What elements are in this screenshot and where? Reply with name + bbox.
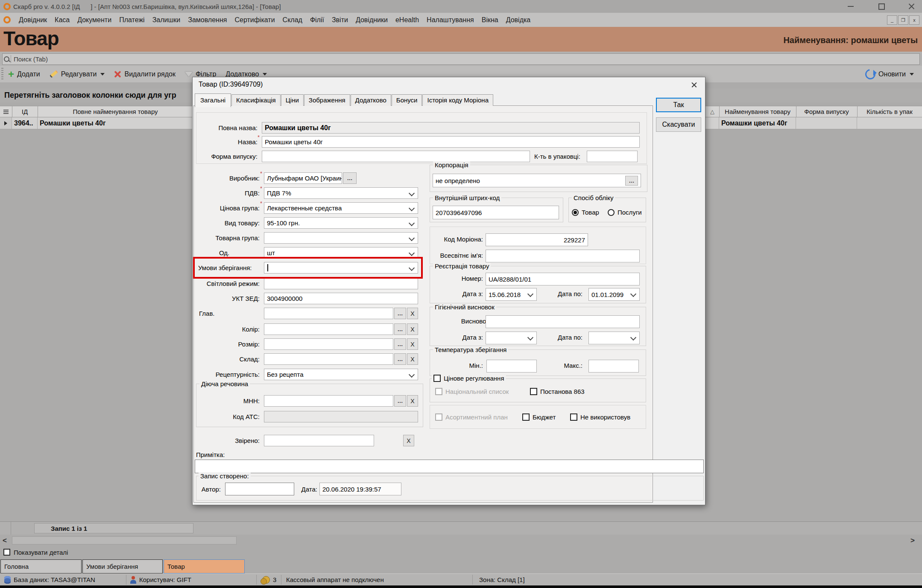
details-checkbox[interactable] xyxy=(3,549,10,556)
cancel-button[interactable]: Скасувати xyxy=(656,117,701,132)
tab-zagalni[interactable]: Загальні xyxy=(195,93,231,107)
menu-platezhi[interactable]: Платежі xyxy=(115,16,149,24)
warehouse-ellipsis-button[interactable] xyxy=(394,353,406,365)
price-reg-checkbox[interactable]: Цінове регулювання xyxy=(432,375,506,382)
mdi-restore-button[interactable]: ❐ xyxy=(898,15,908,25)
delete-row-button[interactable]: Видалити рядок xyxy=(109,70,180,78)
reg-number-field[interactable]: UA/8288/01/01 xyxy=(486,273,640,285)
bottom-tab-golovna[interactable]: Головна xyxy=(0,559,82,573)
horizontal-scrollbar[interactable]: < > xyxy=(0,535,922,547)
menu-ehealth[interactable]: eHealth xyxy=(392,16,423,24)
search-input[interactable] xyxy=(11,55,919,63)
warehouse-field[interactable] xyxy=(264,353,393,365)
menu-filii[interactable]: Філії xyxy=(306,16,328,24)
product-kind-combo[interactable]: 95-100 грн. xyxy=(264,217,418,229)
sort-indicator-icon[interactable] xyxy=(705,106,720,117)
size-clear-button[interactable] xyxy=(407,338,418,350)
decree-863-checkbox[interactable]: Постанова 863 xyxy=(530,388,585,395)
tab-bonusy[interactable]: Бонуси xyxy=(392,94,422,106)
mdi-minimize-button[interactable]: _ xyxy=(887,15,897,25)
menu-zvity[interactable]: Звіти xyxy=(328,16,352,24)
verified-clear-button[interactable] xyxy=(403,435,414,446)
restore-button[interactable] xyxy=(874,2,889,11)
mnn-clear-button[interactable] xyxy=(407,395,418,407)
reg-date-from-combo[interactable]: 15.06.2018 xyxy=(486,288,537,301)
ok-button[interactable]: Так xyxy=(656,98,701,112)
color-ellipsis-button[interactable] xyxy=(394,323,406,335)
color-clear-button[interactable] xyxy=(407,323,418,335)
minimize-button[interactable] xyxy=(843,2,858,11)
verified-field[interactable] xyxy=(264,435,374,446)
menu-zalyshky[interactable]: Залишки xyxy=(149,16,184,24)
tab-istoria-morion[interactable]: Історія коду Моріона xyxy=(422,94,493,106)
size-ellipsis-button[interactable] xyxy=(394,338,406,350)
menu-nalashtuvannia[interactable]: Налаштування xyxy=(423,16,478,24)
morion-field[interactable]: 229227 xyxy=(486,233,588,246)
row-selector-header[interactable] xyxy=(0,106,12,117)
tab-ciny[interactable]: Ціни xyxy=(281,94,304,106)
temp-max-field[interactable] xyxy=(588,360,639,373)
note-field[interactable] xyxy=(195,460,704,473)
scroll-right-icon[interactable]: > xyxy=(910,536,915,545)
mdi-close-button[interactable]: x xyxy=(909,15,919,25)
conclusion-field[interactable] xyxy=(486,315,640,328)
ukt-zed-field[interactable]: 3004900000 xyxy=(264,293,418,304)
menu-dovidnyk[interactable]: Довідник xyxy=(15,16,51,24)
tab-klasyfikacija[interactable]: Класифікація xyxy=(231,94,281,106)
mnn-field[interactable] xyxy=(264,395,393,407)
menu-sertyfikaty[interactable]: Сертифікати xyxy=(231,16,278,24)
cell-id[interactable]: 3964.. xyxy=(12,117,38,129)
menu-sklad[interactable]: Склад xyxy=(279,16,306,24)
glav-clear-button[interactable] xyxy=(407,308,418,319)
menu-dovidnyky[interactable]: Довідники xyxy=(352,16,392,24)
glav-field[interactable] xyxy=(264,308,393,319)
release-form-field[interactable] xyxy=(262,151,530,162)
bottom-tab-tovar[interactable]: Товар xyxy=(164,559,245,573)
temp-min-field[interactable] xyxy=(486,360,537,373)
bottom-tab-umovy[interactable]: Умови зберігання xyxy=(82,559,163,573)
world-name-field[interactable] xyxy=(486,250,640,262)
mnn-ellipsis-button[interactable] xyxy=(394,395,406,407)
hyg-date-to-combo[interactable] xyxy=(588,332,640,344)
corporation-ellipsis-button[interactable] xyxy=(625,176,638,186)
menu-kasa[interactable]: Каса xyxy=(51,16,73,24)
close-button[interactable] xyxy=(904,2,919,11)
size-field[interactable] xyxy=(264,338,393,350)
product-group-combo[interactable] xyxy=(264,232,418,244)
radio-tovar[interactable]: Товар xyxy=(572,209,599,216)
column-header-id[interactable]: ІД xyxy=(12,106,38,117)
not-used-checkbox[interactable]: Не використовув xyxy=(570,413,630,421)
cell-form[interactable] xyxy=(796,117,857,129)
vat-combo[interactable]: ПДВ 7% xyxy=(264,187,418,199)
menu-dokumenty[interactable]: Документи xyxy=(73,16,115,24)
tab-dodatkovo[interactable]: Додатково xyxy=(351,94,391,106)
cell-qty[interactable] xyxy=(857,117,922,129)
column-header-fullname[interactable]: Повне найменування товару xyxy=(38,106,193,117)
radio-poslugy[interactable]: Послуги xyxy=(608,209,642,216)
scrollbar-thumb[interactable] xyxy=(12,536,237,544)
column-header-qty[interactable]: Кількість в упак xyxy=(857,106,922,117)
dialog-close-button[interactable] xyxy=(688,80,700,90)
menu-vikna[interactable]: Вікна xyxy=(478,16,502,24)
tab-zobrazhennia[interactable]: Зображення xyxy=(304,94,350,106)
column-header-name[interactable]: Найменування товару xyxy=(719,106,796,117)
name-field[interactable]: Ромашки цветы 40г xyxy=(262,136,640,148)
price-group-combo[interactable]: Лекарственные средства xyxy=(264,202,418,214)
cell-fullname[interactable]: Ромашки цветы 40г xyxy=(38,117,193,129)
hyg-date-from-combo[interactable] xyxy=(486,332,537,344)
unit-combo[interactable]: шт xyxy=(264,247,418,259)
storage-combo[interactable] xyxy=(264,262,418,274)
glav-ellipsis-button[interactable] xyxy=(394,308,406,319)
prescription-combo[interactable]: Без рецепта xyxy=(264,369,418,380)
author-field[interactable] xyxy=(225,483,294,495)
light-mode-field[interactable] xyxy=(264,278,418,289)
add-button[interactable]: + Додати xyxy=(3,70,45,79)
color-field[interactable] xyxy=(264,323,393,335)
edit-button[interactable]: Редагувати xyxy=(45,70,110,78)
barcode-field[interactable]: 2070396497096 xyxy=(433,206,559,219)
reg-date-to-combo[interactable]: 01.01.2099 xyxy=(588,288,640,301)
pack-qty-field[interactable] xyxy=(587,151,638,162)
warehouse-clear-button[interactable] xyxy=(407,353,418,365)
column-header-form[interactable]: Форма випуску xyxy=(796,106,858,117)
budget-checkbox[interactable]: Бюджет xyxy=(522,413,556,421)
